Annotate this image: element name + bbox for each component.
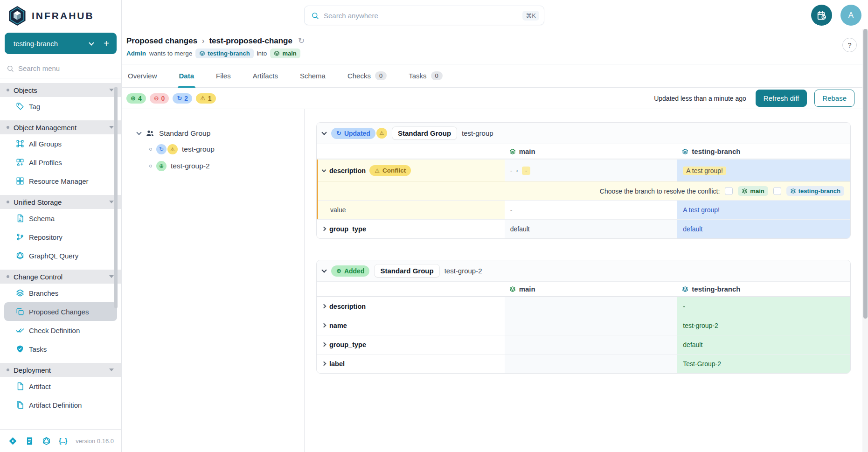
breadcrumb: Proposed changes › test-proposed-change … (126, 36, 857, 46)
chevron-right-icon[interactable] (322, 342, 326, 347)
new-value-highlight: - (522, 167, 531, 175)
branch-value-cell: default (677, 220, 850, 238)
refresh-diff-button[interactable]: Refresh diff (756, 90, 807, 107)
collapse-chevron-icon[interactable] (321, 267, 326, 272)
layers-icon (509, 286, 516, 292)
sidebar-item-all-groups[interactable]: All Groups (0, 134, 121, 153)
chevron-down-icon (109, 275, 114, 278)
sidebar-item-graphql-query[interactable]: GraphQL Query (0, 246, 121, 265)
sidebar-item-label: Proposed Changes (29, 308, 89, 316)
chevron-right-icon[interactable] (322, 304, 326, 308)
main-value-cell (505, 355, 678, 373)
attribute-name: description (329, 167, 366, 174)
attribute-name-cell: group_type (317, 335, 505, 354)
resolve-main-checkbox[interactable] (725, 187, 733, 195)
attribute-row-label: label Test-Group-2 (317, 354, 850, 373)
plus-circle-icon: ⊕ (131, 95, 136, 102)
branch-selector[interactable]: testing-branch + (5, 33, 117, 54)
tree-node-test-group[interactable]: ↻ ⚠ test-group (149, 144, 304, 154)
diff-card-header: ↻ Updated ⚠ Standard Group test-group (317, 123, 850, 144)
attribute-name-cell: description ⚠ Conflict (317, 160, 505, 181)
tree-node-standard-group[interactable]: Standard Group (137, 129, 304, 138)
nav-section-objects[interactable]: Objects (0, 83, 121, 97)
tab-overview[interactable]: Overview (126, 64, 159, 87)
sidebar-item-branches[interactable]: Branches (0, 284, 121, 302)
tab-files[interactable]: Files (215, 64, 232, 87)
tasks-count-badge: 0 (431, 71, 443, 80)
graphql-explorer-icon[interactable] (42, 437, 51, 445)
artifact-icon (16, 382, 24, 390)
tag-icon (16, 102, 24, 111)
docs-icon[interactable] (25, 437, 34, 445)
chevron-right-icon[interactable] (322, 361, 326, 366)
sidebar-item-proposed-changes[interactable]: Proposed Changes (4, 302, 117, 321)
chevron-down-icon[interactable] (136, 130, 141, 135)
sidebar-item-schema[interactable]: Schema (0, 209, 121, 228)
tree-node-test-group-2[interactable]: ⊕ test-group-2 (149, 161, 304, 171)
object-kind-badge: Standard Group (392, 127, 457, 139)
layers-icon (682, 286, 688, 292)
nav-section-change-control[interactable]: Change Control (0, 270, 121, 284)
sidebar-footer: {...} version 0.16.0 (0, 429, 121, 452)
sidebar-item-check-definition[interactable]: Check Definition (0, 321, 121, 340)
tab-tasks[interactable]: Tasks 0 (407, 64, 444, 87)
sync-icon: ↻ (177, 95, 182, 102)
avatar[interactable]: A (840, 5, 861, 26)
page-scrollbar[interactable] (862, 29, 868, 452)
branch-value-cell: default (677, 335, 850, 354)
menu-search (0, 59, 121, 78)
tab-schema[interactable]: Schema (299, 64, 327, 87)
bullet-icon (7, 275, 9, 278)
profiles-icon (16, 158, 24, 167)
rebase-button[interactable]: Rebase (814, 90, 854, 107)
nav-section-label: Objects (14, 86, 105, 94)
tasks-calendar-button[interactable] (811, 5, 832, 26)
collapse-chevron-icon[interactable] (321, 130, 326, 135)
sidebar-item-label: Schema (29, 215, 55, 223)
schema-icon (16, 214, 24, 223)
sidebar-item-repository[interactable]: Repository (0, 228, 121, 246)
node-bullet-icon (149, 165, 152, 167)
resolve-main-badge[interactable]: main (738, 186, 768, 196)
bullet-icon (7, 369, 9, 371)
resolve-prompt: Choose the branch to resolve the conflic… (600, 188, 720, 195)
nav-section-unified-storage[interactable]: Unified Storage (0, 195, 121, 209)
brand-logo[interactable]: INFRAHUB (0, 0, 121, 31)
breadcrumb-parent[interactable]: Proposed changes (126, 36, 197, 46)
sidebar-item-all-profiles[interactable]: All Profiles (0, 153, 121, 172)
nav-section-deployment[interactable]: Deployment (0, 363, 121, 377)
sidebar-item-resource-manager[interactable]: Resource Manager (0, 172, 121, 190)
sidebar-item-artifact[interactable]: Artifact (0, 377, 121, 396)
brand-name: INFRAHUB (32, 10, 94, 21)
tab-artifacts[interactable]: Artifacts (251, 64, 279, 87)
json-braces-icon[interactable]: {...} (59, 437, 67, 445)
chevron-right-icon[interactable] (322, 226, 326, 231)
diff-column-headers: main testing-branch (317, 282, 850, 297)
sidebar-scrollbar-thumb[interactable] (114, 87, 118, 308)
resolve-branch-badge[interactable]: testing-branch (786, 186, 844, 196)
breadcrumb-current: test-proposed-change (209, 36, 292, 46)
chevron-right-icon[interactable] (322, 323, 326, 327)
refresh-icon[interactable]: ↻ (298, 36, 305, 46)
attribute-name: group_type (329, 341, 366, 348)
page-scrollbar-thumb[interactable] (863, 29, 868, 319)
sidebar-nav: Objects Tag Object Management (0, 78, 121, 429)
sidebar-item-tag[interactable]: Tag (0, 97, 121, 116)
sidebar: INFRAHUB testing-branch + Objects (0, 0, 122, 452)
tab-data[interactable]: Data (178, 64, 196, 87)
global-search-input[interactable] (324, 12, 518, 20)
sidebar-item-artifact-definition[interactable]: Artifact Definition (0, 396, 121, 414)
chevron-down-icon (109, 201, 114, 203)
chevron-down-icon (109, 126, 114, 129)
help-button[interactable]: ? (842, 38, 857, 52)
sidebar-item-tasks[interactable]: Tasks (0, 340, 121, 358)
git-tag-icon[interactable] (8, 437, 17, 445)
add-branch-button[interactable]: + (104, 39, 109, 48)
chevron-down-icon[interactable] (322, 168, 326, 173)
checks-count-badge: 0 (375, 71, 387, 80)
chevron-down-icon[interactable] (89, 40, 94, 45)
resolve-branch-checkbox[interactable] (773, 187, 781, 195)
tab-checks[interactable]: Checks 0 (346, 64, 388, 87)
nav-section-object-management[interactable]: Object Management (0, 120, 121, 134)
menu-search-input[interactable] (18, 64, 97, 72)
